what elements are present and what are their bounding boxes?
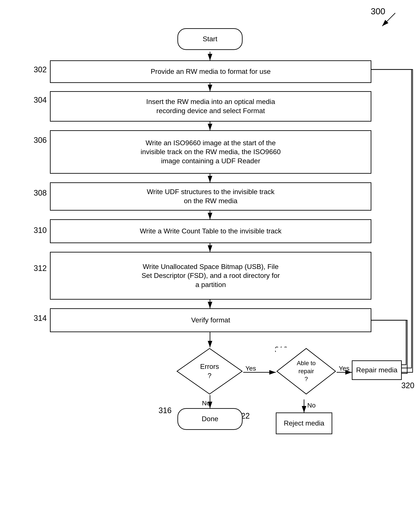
node-306: Write an ISO9660 image at the start of t…: [50, 130, 371, 174]
start-node: Start: [177, 28, 243, 50]
ref-312: 312: [34, 264, 47, 273]
node-312-label: Write Unallocated Space Bitmap (USB), Fi…: [142, 262, 280, 289]
ref-302: 302: [34, 65, 47, 74]
label-repair-no: No: [307, 402, 315, 409]
node-312: Write Unallocated Space Bitmap (USB), Fi…: [50, 252, 371, 300]
label-errors-no: No: [202, 400, 210, 407]
flowchart-diagram: 300: [0, 0, 420, 523]
diagram-ref-number: 300: [371, 7, 385, 16]
start-label: Start: [203, 34, 217, 44]
node-304-label: Insert the RW media into an optical medi…: [146, 97, 275, 115]
node-318-label: Able to repair ?: [297, 359, 315, 383]
node-302: Provide an RW media to format for use: [50, 60, 371, 83]
ref-310: 310: [34, 226, 47, 235]
ref-306: 306: [34, 136, 47, 145]
node-304: Insert the RW media into an optical medi…: [50, 91, 371, 122]
ref-308: 308: [34, 188, 47, 197]
node-310: Write a Write Count Table to the invisib…: [50, 219, 371, 243]
ref-316: 316: [158, 406, 172, 415]
ref-320: 320: [401, 381, 414, 390]
node-310-label: Write a Write Count Table to the invisib…: [140, 227, 282, 236]
node-306-label: Write an ISO9660 image at the start of t…: [140, 139, 280, 166]
node-318: Able to repair ?: [276, 347, 337, 395]
done-label: Done: [202, 415, 218, 424]
node-308-label: Write UDF structures to the invisible tr…: [147, 187, 274, 205]
node-322-label: Reject media: [284, 419, 324, 428]
ref-314: 314: [34, 314, 47, 323]
ref-304: 304: [34, 96, 47, 105]
node-316: Errors ?: [176, 347, 243, 395]
node-314: Verify format: [50, 308, 371, 332]
label-repair-yes: Yes: [339, 365, 349, 372]
node-308: Write UDF structures to the invisible tr…: [50, 182, 371, 211]
node-320-label: Repair media: [356, 366, 397, 375]
done-node: Done: [177, 408, 243, 430]
node-322: Reject media: [276, 412, 332, 434]
node-302-label: Provide an RW media to format for use: [151, 67, 271, 76]
label-errors-yes: Yes: [245, 365, 256, 372]
node-314-label: Verify format: [191, 316, 230, 325]
node-320: Repair media: [352, 360, 402, 380]
node-316-label: Errors ?: [200, 362, 219, 380]
